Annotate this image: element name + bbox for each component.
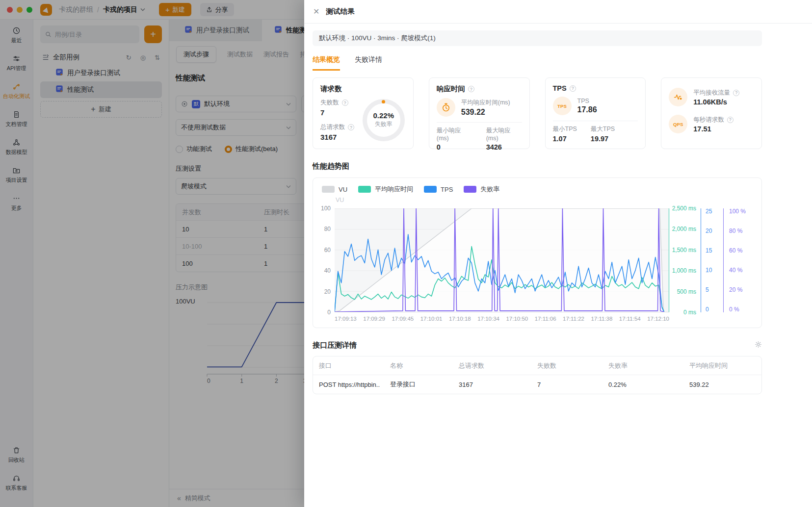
qps-label: 每秒请求数 xyxy=(693,116,724,124)
column-header: 接口 xyxy=(313,361,384,370)
table-cell: 3167 xyxy=(453,381,531,388)
avg-response-value: 539.22 xyxy=(461,108,510,117)
fail-rate-value: 0.22% xyxy=(373,111,394,120)
tps-card: TPS TPS TPS 17.86 最小TPS 1.07 xyxy=(545,77,646,149)
axis-tick: 20 xyxy=(706,228,723,234)
help-icon[interactable] xyxy=(570,85,576,92)
axis-tick: 15 xyxy=(706,248,723,254)
axis-tick: 20 % xyxy=(729,287,761,293)
stopwatch-icon xyxy=(437,98,455,117)
chart-legend: VU平均响应时间TPS失败率 xyxy=(313,185,761,194)
response-card-title: 响应时间 xyxy=(437,84,465,94)
axis-tick: 0 xyxy=(327,309,331,315)
tps-max-value: 19.97 xyxy=(591,135,615,143)
legend-swatch xyxy=(358,186,371,193)
axis-tick: 5 xyxy=(706,287,723,293)
legend-swatch xyxy=(464,186,476,193)
axis-tick: 10 xyxy=(706,267,723,273)
help-icon[interactable] xyxy=(733,90,739,96)
test-results-drawer: ✕ 测试结果 默认环境 · 100VU · 3mins · 爬坡模式(1) 结果… xyxy=(304,0,812,507)
tps-max-label: 最大TPS xyxy=(591,125,615,133)
axis-tick: 0 ms xyxy=(683,309,696,315)
qps-badge-icon: QPS xyxy=(669,115,687,133)
x-tick-label: 17:11:38 xyxy=(591,316,612,322)
gear-icon[interactable] xyxy=(755,341,762,350)
x-tick-label: 17:10:34 xyxy=(477,316,499,322)
axis-tick: 80 xyxy=(324,226,331,232)
fail-count-label: 失败数 xyxy=(320,99,339,107)
total-requests-value: 3167 xyxy=(320,133,354,141)
fail-count-value: 7 xyxy=(320,108,354,117)
axis-tick: 100 xyxy=(321,205,331,211)
y-axis-title: VU xyxy=(335,197,761,206)
x-tick-label: 17:09:29 xyxy=(363,316,385,322)
help-icon[interactable] xyxy=(468,86,474,92)
x-tick-label: 17:10:01 xyxy=(420,316,443,322)
legend-item: 平均响应时间 xyxy=(358,185,413,194)
throughput-card: 平均接收流量 11.06KB/s QPS 每秒请求数 17.51 xyxy=(661,77,762,149)
drawer-title: 测试结果 xyxy=(326,7,354,16)
run-summary: 默认环境 · 100VU · 3mins · 爬坡模式(1) xyxy=(313,30,762,46)
legend-item: VU xyxy=(322,186,347,193)
recv-traffic-value: 11.06KB/s xyxy=(693,98,739,106)
axis-tick: 1,000 ms xyxy=(672,268,696,274)
max-response-value: 3426 xyxy=(486,143,522,151)
x-tick-label: 17:11:06 xyxy=(535,316,556,322)
detail-table-header: 接口名称总请求数失败数失败率平均响应时间最小 xyxy=(313,356,761,375)
percent-axis-labels: 100 %80 %60 %40 %20 %0 % xyxy=(723,208,761,312)
traffic-wave-icon xyxy=(669,88,687,106)
max-response-label: 最大响应 (ms) xyxy=(486,127,522,142)
table-cell: 7 xyxy=(531,381,602,388)
table-row[interactable]: POST https://httpbin..登录接口316770.22%539.… xyxy=(313,375,761,394)
x-tick-label: 17:11:22 xyxy=(563,316,584,322)
qps-value: 17.51 xyxy=(693,125,733,133)
axis-tick: 2,500 ms xyxy=(672,205,696,211)
column-header: 平均响应时间 xyxy=(683,361,762,370)
ms-axis-labels: 2,500 ms2,000 ms1,500 ms1,000 ms500 ms0 … xyxy=(669,205,701,315)
endpoint-detail-table: 接口名称总请求数失败数失败率平均响应时间最小POST https://httpb… xyxy=(313,356,762,394)
table-cell: 539.22 xyxy=(683,381,762,388)
app-stage: 卡戎的群组 / 卡戎的项目 +新建 分享 最近API管理自动化测试文档管理数据模… xyxy=(0,0,812,507)
x-tick-label: 17:09:13 xyxy=(335,316,357,322)
drawer-header: ✕ 测试结果 xyxy=(304,0,812,24)
legend-item: TPS xyxy=(424,186,453,193)
x-tick-label: 17:12:10 xyxy=(647,316,669,322)
recv-traffic-label: 平均接收流量 xyxy=(693,89,730,97)
trend-chart-card: VU平均响应时间TPS失败率 VU 100806040200 2,500 ms2… xyxy=(313,177,762,328)
result-tab-结果概览[interactable]: 结果概览 xyxy=(313,51,340,71)
detail-table-title: 接口压测详情 xyxy=(313,341,357,350)
min-response-value: 0 xyxy=(437,143,472,151)
column-header: 总请求数 xyxy=(453,361,531,370)
result-tab-失败详情[interactable]: 失败详情 xyxy=(355,51,382,71)
total-requests-label: 总请求数 xyxy=(320,123,345,131)
tps-avg-label: TPS xyxy=(577,98,597,104)
axis-tick: 40 % xyxy=(729,267,761,273)
help-icon[interactable] xyxy=(342,100,348,106)
axis-tick: 20 xyxy=(324,289,331,295)
result-tabs: 结果概览失败详情 xyxy=(313,51,762,71)
axis-tick: 100 % xyxy=(729,208,761,214)
table-cell: POST https://httpbin.. xyxy=(313,381,384,388)
tps-min-label: 最小TPS xyxy=(553,125,577,133)
axis-tick: 80 % xyxy=(729,228,761,234)
trend-chart-title: 性能趋势图 xyxy=(313,162,349,171)
avg-response-label: 平均响应时间(ms) xyxy=(461,99,510,107)
tps-avg-value: 17.86 xyxy=(577,105,597,114)
x-tick-label: 17:09:45 xyxy=(392,316,414,322)
column-header: 名称 xyxy=(384,361,453,370)
axis-tick: 40 xyxy=(324,268,331,274)
legend-swatch xyxy=(424,186,437,193)
fail-rate-label: 失败率 xyxy=(375,120,393,128)
axis-tick: 60 % xyxy=(729,248,761,254)
x-axis-labels: 17:09:1317:09:2917:09:4517:10:0117:10:18… xyxy=(335,316,669,322)
drawer-body: 默认环境 · 100VU · 3mins · 爬坡模式(1) 结果概览失败详情 … xyxy=(304,24,812,507)
close-icon[interactable]: ✕ xyxy=(313,8,319,16)
axis-tick: 0 % xyxy=(729,306,761,312)
legend-item: 失败率 xyxy=(464,185,499,194)
requests-card-title: 请求数 xyxy=(320,84,342,94)
help-icon[interactable] xyxy=(348,124,354,130)
axis-tick: 0 xyxy=(706,306,723,312)
tps-min-value: 1.07 xyxy=(553,135,577,143)
trend-plot-area[interactable] xyxy=(335,208,669,312)
help-icon[interactable] xyxy=(727,117,733,123)
